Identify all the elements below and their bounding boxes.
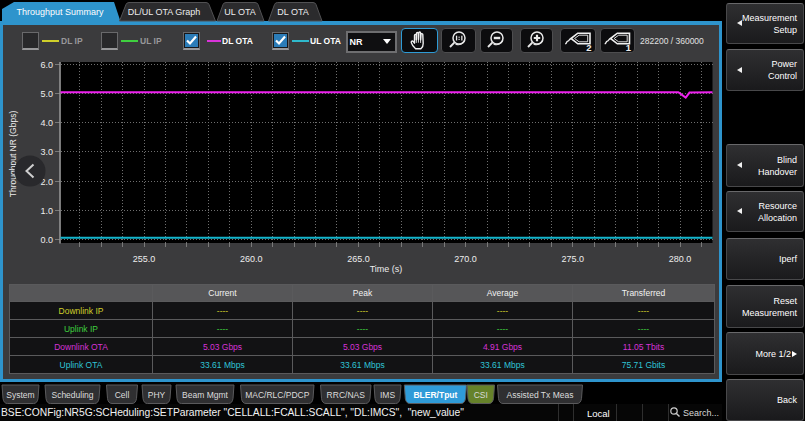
svg-text:260.0: 260.0 xyxy=(240,254,263,264)
svg-text:System: System xyxy=(6,390,34,400)
svg-text:1.0: 1.0 xyxy=(40,206,53,216)
svg-text:UL OTA: UL OTA xyxy=(224,7,256,17)
svg-text:DL OTA: DL OTA xyxy=(277,7,309,17)
svg-text:Time (s): Time (s) xyxy=(370,264,403,274)
svg-text:275.0: 275.0 xyxy=(562,254,585,264)
svg-text:3.0: 3.0 xyxy=(40,147,53,157)
svg-text:Throughput NR (Gbps): Throughput NR (Gbps) xyxy=(8,111,18,198)
svg-text:PHY: PHY xyxy=(148,390,166,400)
svg-text:Assisted Tx Meas: Assisted Tx Meas xyxy=(507,390,574,400)
svg-text:IMS: IMS xyxy=(380,390,395,400)
svg-text:1: 1 xyxy=(625,41,631,51)
svg-text:255.0: 255.0 xyxy=(133,254,156,264)
svg-text:270.0: 270.0 xyxy=(454,254,477,264)
svg-text:5.0: 5.0 xyxy=(40,89,53,99)
svg-text:0.0: 0.0 xyxy=(40,235,53,245)
svg-text:Scheduling: Scheduling xyxy=(51,390,93,400)
svg-text:280.0: 280.0 xyxy=(669,254,692,264)
svg-text:MAC/RLC/PDCP: MAC/RLC/PDCP xyxy=(245,390,310,400)
svg-text:4.0: 4.0 xyxy=(40,118,53,128)
svg-text:Throughput Summary: Throughput Summary xyxy=(16,7,104,17)
svg-text:2: 2 xyxy=(586,41,591,51)
svg-text:RRC/NAS: RRC/NAS xyxy=(327,390,366,400)
svg-text:265.0: 265.0 xyxy=(347,254,370,264)
svg-text:6.0: 6.0 xyxy=(40,60,53,70)
svg-text:BLER/Tput: BLER/Tput xyxy=(413,390,457,400)
svg-text:Beam Mgmt: Beam Mgmt xyxy=(182,390,228,400)
svg-text:CSI: CSI xyxy=(474,390,488,400)
svg-text:DL/UL OTA Graph: DL/UL OTA Graph xyxy=(128,7,201,17)
svg-text:Cell: Cell xyxy=(115,390,130,400)
